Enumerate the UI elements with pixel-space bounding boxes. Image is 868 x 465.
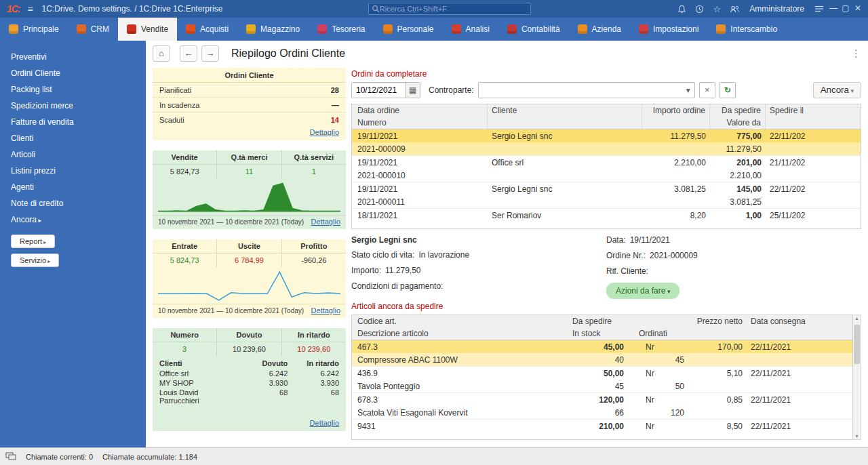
discussions-users-icon[interactable]: [729, 3, 740, 14]
minimize-button[interactable]: —: [827, 3, 840, 14]
widget-col-value: 10 239,60: [217, 342, 281, 356]
titlebar: 1C: 1C:Drive. Demo settings. / 1C:Drive …: [0, 0, 868, 18]
sidebar-item[interactable]: Articoli: [0, 146, 146, 163]
calls-current: Chiamate correnti: 0: [26, 453, 93, 461]
azioni-da-fare-button[interactable]: Azioni da fare: [606, 283, 679, 299]
date-input[interactable]: [352, 83, 405, 98]
subtable-row: MY SHOP 3.930 3.930: [159, 378, 339, 388]
dettaglio-link[interactable]: Dettaglio: [311, 218, 340, 226]
clear-icon[interactable]: [699, 82, 715, 98]
widget-col-value: 1: [282, 165, 346, 178]
sidebar-item[interactable]: Agenti: [0, 179, 146, 195]
main-menu-icon[interactable]: [24, 3, 37, 15]
detail-field: Importo: 11.279,50: [351, 266, 606, 275]
ribbon-tab-icon: [186, 24, 195, 34]
scroll-down-icon[interactable]: ▼: [853, 434, 861, 439]
order-row[interactable]: 19/11/2021 Sergio Legni snc 3.081,25 145…: [352, 182, 861, 209]
more-options-icon[interactable]: [851, 47, 861, 60]
sidebar-item[interactable]: Clienti: [0, 130, 146, 146]
chevron-down-icon[interactable]: [682, 83, 694, 98]
ribbon-tab-label: Personale: [397, 24, 434, 34]
forward-icon[interactable]: [201, 45, 219, 62]
search-input[interactable]: [380, 5, 528, 13]
widget-col-value: 5 824,73: [153, 254, 217, 267]
sidebar-item[interactable]: Spedizioni merce: [0, 98, 146, 114]
sidebar-item[interactable]: Preventivi: [0, 49, 146, 65]
notifications-bell-icon[interactable]: [676, 3, 687, 14]
article-row[interactable]: 678.3 120,00 Nr 0,85 22/11/2021 Scatola …: [352, 393, 852, 420]
kv-label: Pianificati: [159, 86, 191, 94]
ribbon-tab[interactable]: Azienda: [569, 18, 630, 41]
global-search[interactable]: [368, 3, 531, 15]
app-window: 1C: 1C:Drive. Demo settings. / 1C:Drive …: [0, 0, 868, 465]
sidebar-item[interactable]: Fatture di vendita: [0, 114, 146, 130]
order-row[interactable]: 19/11/2021 Sergio Legni snc 11.279,50 77…: [352, 129, 861, 156]
ribbon-tab[interactable]: Personale: [374, 18, 443, 41]
service-menu-icon[interactable]: [814, 3, 825, 14]
order-row[interactable]: 19/11/2021 Office srl 2.210,00 201,00 21…: [352, 156, 861, 182]
ribbon-tab[interactable]: Vendite: [118, 18, 177, 41]
ribbon-tab[interactable]: Interscambio: [707, 18, 786, 41]
article-row[interactable]: 467.3 45,00 Nr 170,00 22/11/2021 Compres…: [352, 340, 852, 367]
ribbon-tab[interactable]: Analisi: [443, 18, 498, 41]
close-button[interactable]: ✕: [852, 3, 864, 14]
widget-col-header: Q.tà servizi: [282, 150, 346, 164]
widget-ordini-cliente: Ordini Cliente Pianificati 28 In scaden: [153, 68, 346, 140]
main-toolbar: Riepilogo Ordini Cliente: [146, 41, 868, 66]
sidebar-item[interactable]: Note di credito: [0, 195, 146, 211]
history-icon[interactable]: [694, 3, 705, 14]
sidebar-item[interactable]: Listini prezzi: [0, 163, 146, 179]
home-icon[interactable]: [153, 45, 170, 62]
refresh-icon[interactable]: [719, 82, 736, 98]
ribbon-tab[interactable]: Contabilità: [498, 18, 569, 41]
widget-col-value: 10 239,60: [282, 342, 346, 356]
ribbon-tab-icon: [507, 24, 517, 34]
ancora-button[interactable]: Ancora: [813, 82, 861, 98]
vertical-scrollbar[interactable]: ▲ ▼: [853, 315, 861, 440]
sidebar-action-button[interactable]: Report: [11, 235, 55, 248]
main-area: Riepilogo Ordini Cliente Ordini Cliente …: [146, 41, 868, 447]
ribbon-tab[interactable]: Impostazioni: [630, 18, 707, 41]
maximize-button[interactable]: ▢: [840, 3, 852, 14]
favorites-star-icon[interactable]: ☆: [711, 3, 722, 14]
widget-col-value: -960,26: [282, 254, 346, 267]
sidebar-item[interactable]: Ancora: [0, 211, 146, 228]
kv-value: 14: [331, 116, 339, 124]
sidebar-item[interactable]: Packing list: [0, 81, 146, 98]
controparte-combo: [478, 82, 695, 98]
period-label: 10 novembre 2021 — 10 dicembre 2021 (Tod…: [158, 218, 304, 226]
page-title: Riepilogo Ordini Cliente: [231, 47, 345, 60]
ribbon-tab-label: Contabilità: [521, 24, 560, 34]
ribbon-tab[interactable]: Principale: [0, 18, 68, 41]
article-row[interactable]: 9431 210,00 Nr 8,50 22/11/2021: [352, 420, 852, 439]
ribbon-tab[interactable]: Magazzino: [237, 18, 309, 41]
widget-col-value: 5 824,73: [153, 165, 217, 178]
sidebar-action-button[interactable]: Servizio: [11, 254, 59, 267]
ribbon-tab[interactable]: Acquisti: [177, 18, 237, 41]
user-menu[interactable]: Amministratore: [749, 4, 804, 14]
ribbon-tab-label: Azienda: [592, 24, 621, 34]
orders-panel: Ordini da completare Controparte:: [351, 68, 861, 443]
widget-col-header: Vendite: [153, 150, 217, 164]
controparte-input[interactable]: [479, 83, 682, 98]
titlebar-icons: ☆ Amministratore: [676, 3, 825, 14]
scroll-up-icon[interactable]: ▲: [853, 316, 861, 321]
dettaglio-link[interactable]: Dettaglio: [310, 128, 339, 136]
scrollbar-thumb[interactable]: [854, 325, 860, 364]
calendar-icon[interactable]: [405, 83, 420, 98]
sidebar-item[interactable]: Ordini Cliente: [0, 65, 146, 81]
order-row[interactable]: 18/11/2021 Ser Romanov 8,20 1,00 25/11/2…: [352, 209, 861, 228]
article-row[interactable]: 436.9 50,00 Nr 5,10 22/11/2021 Tavola Po…: [352, 367, 852, 393]
ribbon-tab[interactable]: Tesoreria: [309, 18, 374, 41]
subtable-row: Louis David Parrucchieri 68 68: [159, 388, 339, 405]
subtable-header: Clienti: [159, 359, 237, 367]
dettaglio-link[interactable]: Dettaglio: [311, 306, 340, 315]
widget-col-value: 11: [217, 165, 281, 178]
detail-field: Data: 19/11/2021: [606, 235, 861, 245]
dettaglio-link[interactable]: Dettaglio: [310, 419, 339, 427]
back-icon[interactable]: [180, 45, 197, 62]
sidebar: Preventivi Ordini Cliente Packing list S…: [0, 41, 146, 447]
widget-kv-row: Scaduti 14: [153, 113, 346, 127]
calls-monitor-icon: [5, 452, 16, 461]
ribbon-tab[interactable]: CRM: [68, 18, 118, 41]
